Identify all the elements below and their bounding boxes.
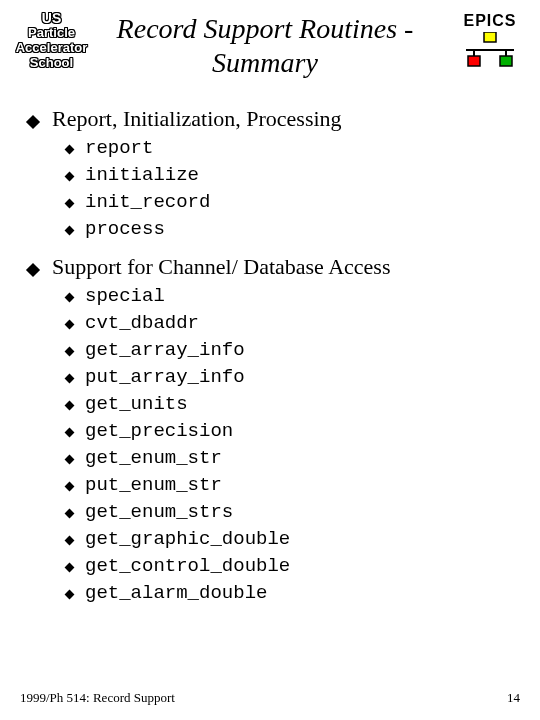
diamond-bullet-icon: [65, 536, 75, 546]
list-item: get_control_double: [66, 555, 520, 577]
section-heading: Support for Channel/ Database Access: [28, 254, 520, 280]
uspas-badge: US Particle Accelerator School: [14, 10, 89, 71]
list-item: put_enum_str: [66, 474, 520, 496]
routine-name: init_record: [85, 191, 210, 213]
routine-name: get_alarm_double: [85, 582, 267, 604]
diamond-bullet-icon: [65, 347, 75, 357]
routine-name: get_enum_strs: [85, 501, 233, 523]
slide-footer: 1999/Ph 514: Record Support 14: [0, 690, 540, 706]
uspas-line2: Particle: [14, 26, 89, 41]
routine-name: initialize: [85, 164, 199, 186]
list-item: report: [66, 137, 520, 159]
routine-name: report: [85, 137, 153, 159]
routine-name: process: [85, 218, 165, 240]
diamond-bullet-icon: [65, 590, 75, 600]
footer-left: 1999/Ph 514: Record Support: [20, 690, 175, 706]
diamond-bullet-icon: [65, 428, 75, 438]
list-item: get_precision: [66, 420, 520, 442]
uspas-line3: Accelerator: [14, 41, 89, 56]
routine-name: special: [85, 285, 165, 307]
routine-name: get_graphic_double: [85, 528, 290, 550]
routine-name: get_units: [85, 393, 188, 415]
diamond-bullet-icon: [65, 172, 75, 182]
diamond-bullet-icon: [26, 263, 40, 277]
section-title: Report, Initialization, Processing: [52, 106, 342, 132]
section-title: Support for Channel/ Database Access: [52, 254, 390, 280]
list-item: put_array_info: [66, 366, 520, 388]
diamond-bullet-icon: [65, 145, 75, 155]
diamond-bullet-icon: [65, 401, 75, 411]
slide-title: Record Support Routines - Summary: [110, 12, 420, 79]
list-item: special: [66, 285, 520, 307]
diamond-bullet-icon: [65, 509, 75, 519]
diamond-bullet-icon: [65, 199, 75, 209]
uspas-line4: School: [14, 56, 89, 71]
routine-name: get_precision: [85, 420, 233, 442]
routine-name: cvt_dbaddr: [85, 312, 199, 334]
svg-rect-6: [500, 56, 512, 66]
svg-rect-4: [484, 32, 496, 42]
diamond-bullet-icon: [65, 226, 75, 236]
list-item: get_array_info: [66, 339, 520, 361]
list-item: get_enum_str: [66, 447, 520, 469]
epics-badge: EPICS: [454, 12, 526, 68]
routine-name: put_enum_str: [85, 474, 222, 496]
list-item: get_units: [66, 393, 520, 415]
list-item: cvt_dbaddr: [66, 312, 520, 334]
diamond-bullet-icon: [65, 320, 75, 330]
page-number: 14: [507, 690, 520, 706]
routine-name: put_array_info: [85, 366, 245, 388]
epics-label: EPICS: [454, 12, 526, 30]
uspas-line1: US: [14, 10, 89, 26]
epics-logo-icon: [462, 32, 518, 68]
diamond-bullet-icon: [65, 374, 75, 384]
diamond-bullet-icon: [65, 455, 75, 465]
section-heading: Report, Initialization, Processing: [28, 106, 520, 132]
list-item: get_graphic_double: [66, 528, 520, 550]
diamond-bullet-icon: [65, 563, 75, 573]
routine-name: get_enum_str: [85, 447, 222, 469]
list-item: get_alarm_double: [66, 582, 520, 604]
list-item: initialize: [66, 164, 520, 186]
list-item: init_record: [66, 191, 520, 213]
list-item: get_enum_strs: [66, 501, 520, 523]
routine-name: get_array_info: [85, 339, 245, 361]
slide-header: US Particle Accelerator School Record Su…: [0, 0, 540, 100]
diamond-bullet-icon: [26, 115, 40, 129]
slide-body: Report, Initialization, Processing repor…: [0, 106, 540, 604]
diamond-bullet-icon: [65, 482, 75, 492]
diamond-bullet-icon: [65, 293, 75, 303]
svg-rect-5: [468, 56, 480, 66]
slide: US Particle Accelerator School Record Su…: [0, 0, 540, 720]
list-item: process: [66, 218, 520, 240]
routine-name: get_control_double: [85, 555, 290, 577]
